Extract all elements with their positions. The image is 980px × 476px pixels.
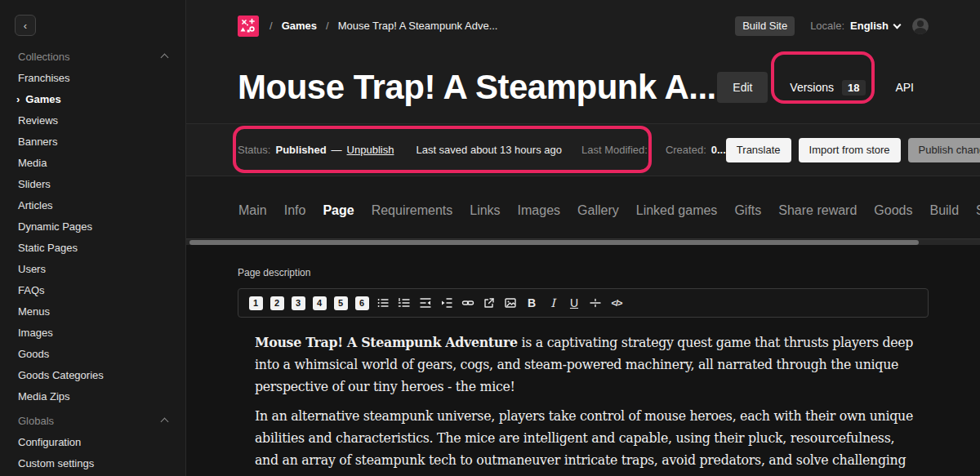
sidebar-item-faqs[interactable]: FAQs (0, 279, 185, 300)
underline-button[interactable]: U (567, 293, 581, 313)
sidebar-item-static-pages[interactable]: Static Pages (0, 237, 185, 258)
sidebar-item-dynamic-pages[interactable]: Dynamic Pages (0, 216, 185, 237)
section-label: Globals (18, 415, 54, 427)
sidebar-item-reviews[interactable]: Reviews (0, 109, 185, 131)
build-site-button[interactable]: Build Site (735, 16, 795, 36)
bullet-list-button[interactable] (376, 293, 390, 313)
heading-3-button[interactable]: 3 (291, 293, 305, 313)
external-link-button[interactable] (482, 293, 497, 313)
item-label: Custom settings (18, 457, 94, 469)
tab-build[interactable]: Build (929, 203, 959, 218)
bold-button[interactable]: B (524, 293, 539, 313)
page-title: Mouse Trap! A Steampunk A... (238, 68, 716, 107)
bullet-list-icon (376, 296, 390, 309)
code-button[interactable]: </> (609, 293, 624, 313)
import-from-store-button[interactable]: Import from store (799, 138, 901, 162)
tab-info[interactable]: Info (284, 203, 306, 218)
locale-select[interactable]: English (850, 20, 900, 32)
edit-button[interactable]: Edit (717, 72, 768, 103)
heading-4-icon: 4 (313, 296, 327, 310)
api-button[interactable]: API (895, 81, 914, 94)
status-dash: — (332, 144, 342, 156)
tab-bar: Main Info Page Requirements Links Images… (238, 203, 980, 218)
sidebar-item-configuration[interactable]: Configuration (0, 431, 185, 452)
heading-5-button[interactable]: 5 (333, 293, 348, 313)
heading-6-button[interactable]: 6 (354, 293, 369, 313)
tab-requirements[interactable]: Requirements (372, 203, 453, 218)
locale-value: English (850, 20, 889, 32)
page-description-label: Page description (238, 267, 929, 278)
outdent-button[interactable] (418, 293, 433, 313)
item-label: Banners (18, 136, 57, 148)
italic-button[interactable]: I (546, 293, 560, 313)
heading-3-icon: 3 (292, 296, 305, 310)
title-row: Mouse Trap! A Steampunk A... Edit Versio… (186, 51, 980, 123)
sidebar-item-users[interactable]: Users (0, 258, 185, 279)
page-tab-content: Page description 1 2 3 4 5 6 (186, 245, 980, 476)
indent-icon (440, 296, 453, 309)
topbar: / Games / Mouse Trap! A Steampunk Adve..… (186, 0, 980, 51)
breadcrumb-games[interactable]: Games (282, 20, 317, 32)
sidebar-item-goods[interactable]: Goods (0, 343, 185, 364)
sidebar-item-media[interactable]: Media (0, 152, 185, 173)
sidebar-item-images[interactable]: Images (0, 322, 185, 343)
created-value: 0... (711, 144, 726, 156)
sidebar-item-menus[interactable]: Menus (0, 300, 185, 322)
versions-button[interactable]: Versions 18 (777, 80, 877, 96)
heading-2-button[interactable]: 2 (270, 293, 284, 313)
tab-seo[interactable]: SE (976, 203, 980, 218)
sidebar-collapse-button[interactable]: ‹ (15, 15, 36, 36)
status-bar: Status: Published — Unpublish Last saved… (186, 123, 980, 176)
strikethrough-button[interactable] (588, 293, 603, 313)
translate-button[interactable]: Translate (726, 138, 791, 162)
tab-share-reward[interactable]: Share reward (778, 203, 857, 218)
outdent-icon (419, 296, 432, 309)
sidebar-section-collections[interactable]: Collections (0, 46, 185, 67)
sidebar-item-articles[interactable]: Articles (0, 194, 185, 216)
sidebar-item-banners[interactable]: Banners (0, 131, 185, 152)
user-avatar[interactable] (912, 18, 929, 34)
tab-gifts[interactable]: Gifts (734, 203, 761, 218)
app-logo-icon[interactable] (238, 16, 259, 37)
sidebar: ‹ Collections Franchises › Games Reviews… (0, 0, 186, 476)
link-button[interactable] (461, 293, 475, 313)
sidebar-item-goods-categories[interactable]: Goods Categories (0, 364, 185, 385)
tab-page[interactable]: Page (323, 203, 354, 218)
main-area: / Games / Mouse Trap! A Steampunk Adve..… (186, 0, 980, 476)
publish-changes-button[interactable]: Publish changes (908, 138, 980, 162)
sidebar-item-franchises[interactable]: Franchises (0, 67, 185, 88)
heading-1-button[interactable]: 1 (248, 293, 263, 313)
item-label: Images (18, 327, 53, 339)
paragraph-text: In an alternative steampunk universe, pl… (255, 408, 913, 476)
paragraph-bold-lead: Mouse Trap! A Steampunk Adventure (255, 335, 518, 350)
horizontal-scrollbar-track[interactable] (186, 238, 980, 245)
external-link-icon (483, 296, 496, 309)
sidebar-section-globals[interactable]: Globals (0, 410, 185, 431)
ordered-list-button[interactable] (397, 293, 412, 313)
unpublish-link[interactable]: Unpublish (347, 144, 394, 156)
item-label: FAQs (18, 284, 45, 296)
sidebar-item-sliders[interactable]: Sliders (0, 173, 185, 194)
tab-linked-games[interactable]: Linked games (636, 203, 718, 218)
image-button[interactable] (503, 293, 518, 313)
sidebar-item-media-zips[interactable]: Media Zips (0, 385, 185, 407)
chevron-down-icon (893, 20, 902, 29)
indent-button[interactable] (439, 293, 454, 313)
tab-gallery[interactable]: Gallery (577, 203, 619, 218)
sidebar-item-custom-settings[interactable]: Custom settings (0, 452, 185, 474)
tab-main[interactable]: Main (238, 203, 267, 218)
tab-goods[interactable]: Goods (874, 203, 912, 218)
last-saved-text: Last saved about 13 hours ago (416, 144, 562, 156)
page-description-editor[interactable]: Mouse Trap! A Steampunk Adventure is a c… (238, 331, 929, 476)
tab-images[interactable]: Images (518, 203, 560, 218)
item-label: Franchises (18, 72, 70, 84)
tab-links[interactable]: Links (470, 203, 500, 218)
heading-4-button[interactable]: 4 (312, 293, 327, 313)
item-label: Configuration (18, 436, 81, 448)
heading-5-icon: 5 (334, 296, 348, 310)
status-label: Status: (238, 144, 270, 156)
tabs-row: Main Info Page Requirements Links Images… (186, 176, 980, 245)
status-value: Published (275, 144, 326, 156)
sidebar-item-games[interactable]: › Games (0, 88, 185, 109)
item-label: Users (18, 263, 46, 275)
